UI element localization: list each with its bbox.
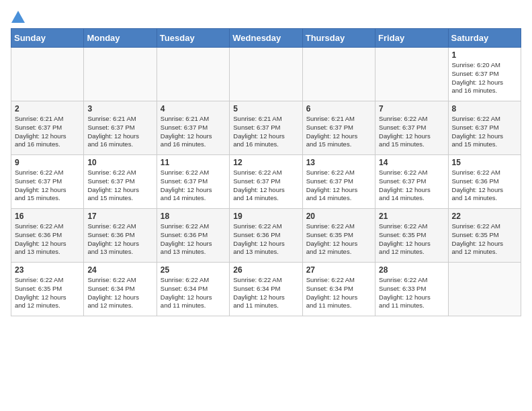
day-number: 23 xyxy=(15,265,80,275)
calendar-cell: 16Sunrise: 6:22 AM Sunset: 6:36 PM Dayli… xyxy=(11,209,84,263)
day-number: 13 xyxy=(306,158,371,167)
day-info: Sunrise: 6:22 AM Sunset: 6:33 PM Dayligh… xyxy=(379,276,444,310)
calendar-cell: 27Sunrise: 6:22 AM Sunset: 6:34 PM Dayli… xyxy=(302,263,375,316)
day-number: 10 xyxy=(87,158,152,167)
day-number: 24 xyxy=(87,265,152,275)
calendar-cell: 12Sunrise: 6:22 AM Sunset: 6:37 PM Dayli… xyxy=(230,155,302,209)
day-info: Sunrise: 6:22 AM Sunset: 6:37 PM Dayligh… xyxy=(306,169,371,203)
day-info: Sunrise: 6:22 AM Sunset: 6:35 PM Dayligh… xyxy=(15,276,80,310)
day-info: Sunrise: 6:21 AM Sunset: 6:37 PM Dayligh… xyxy=(161,115,226,149)
day-number: 22 xyxy=(452,212,517,221)
day-info: Sunrise: 6:22 AM Sunset: 6:37 PM Dayligh… xyxy=(233,169,298,203)
calendar-table: SundayMondayTuesdayWednesdayThursdayFrid… xyxy=(11,28,521,316)
calendar-cell: 15Sunrise: 6:22 AM Sunset: 6:36 PM Dayli… xyxy=(448,155,521,209)
day-info: Sunrise: 6:22 AM Sunset: 6:36 PM Dayligh… xyxy=(161,222,226,257)
calendar-cell: 8Sunrise: 6:22 AM Sunset: 6:37 PM Daylig… xyxy=(448,101,521,155)
day-info: Sunrise: 6:21 AM Sunset: 6:37 PM Dayligh… xyxy=(87,115,152,149)
calendar-cell: 11Sunrise: 6:22 AM Sunset: 6:37 PM Dayli… xyxy=(157,155,229,209)
calendar-cell: 13Sunrise: 6:22 AM Sunset: 6:37 PM Dayli… xyxy=(302,155,375,209)
calendar-cell: 7Sunrise: 6:22 AM Sunset: 6:37 PM Daylig… xyxy=(375,101,448,155)
calendar-cell: 21Sunrise: 6:22 AM Sunset: 6:35 PM Dayli… xyxy=(375,209,448,263)
day-number: 9 xyxy=(15,158,80,167)
day-header-sunday: Sunday xyxy=(11,29,84,48)
day-info: Sunrise: 6:22 AM Sunset: 6:37 PM Dayligh… xyxy=(15,169,80,203)
day-info: Sunrise: 6:22 AM Sunset: 6:34 PM Dayligh… xyxy=(161,276,226,310)
day-number: 12 xyxy=(233,158,298,167)
day-number: 28 xyxy=(379,265,444,275)
calendar-cell: 17Sunrise: 6:22 AM Sunset: 6:36 PM Dayli… xyxy=(84,209,157,263)
calendar-cell xyxy=(448,263,521,316)
day-number: 11 xyxy=(161,158,226,167)
day-header-saturday: Saturday xyxy=(448,29,521,48)
calendar-cell: 28Sunrise: 6:22 AM Sunset: 6:33 PM Dayli… xyxy=(375,263,448,316)
day-header-wednesday: Wednesday xyxy=(230,29,302,48)
logo xyxy=(11,11,28,23)
calendar-cell: 10Sunrise: 6:22 AM Sunset: 6:37 PM Dayli… xyxy=(84,155,157,209)
day-number: 5 xyxy=(233,104,298,113)
day-number: 21 xyxy=(379,212,444,221)
day-info: Sunrise: 6:22 AM Sunset: 6:35 PM Dayligh… xyxy=(306,222,371,257)
calendar-cell xyxy=(302,48,375,101)
day-info: Sunrise: 6:22 AM Sunset: 6:34 PM Dayligh… xyxy=(233,276,298,310)
day-header-tuesday: Tuesday xyxy=(157,29,229,48)
page-header xyxy=(11,11,521,23)
day-number: 14 xyxy=(379,158,444,167)
calendar-cell xyxy=(11,48,84,101)
day-number: 19 xyxy=(233,212,298,221)
day-info: Sunrise: 6:22 AM Sunset: 6:35 PM Dayligh… xyxy=(379,222,444,257)
calendar-cell: 25Sunrise: 6:22 AM Sunset: 6:34 PM Dayli… xyxy=(157,263,229,316)
calendar-cell xyxy=(230,48,302,101)
calendar-cell: 18Sunrise: 6:22 AM Sunset: 6:36 PM Dayli… xyxy=(157,209,229,263)
calendar-cell: 22Sunrise: 6:22 AM Sunset: 6:35 PM Dayli… xyxy=(448,209,521,263)
day-info: Sunrise: 6:22 AM Sunset: 6:37 PM Dayligh… xyxy=(452,115,517,149)
day-info: Sunrise: 6:22 AM Sunset: 6:37 PM Dayligh… xyxy=(161,169,226,203)
day-info: Sunrise: 6:22 AM Sunset: 6:36 PM Dayligh… xyxy=(87,222,152,257)
day-info: Sunrise: 6:22 AM Sunset: 6:36 PM Dayligh… xyxy=(233,222,298,257)
day-number: 18 xyxy=(161,212,226,221)
day-number: 1 xyxy=(452,50,517,60)
calendar-cell: 2Sunrise: 6:21 AM Sunset: 6:37 PM Daylig… xyxy=(11,101,84,155)
day-info: Sunrise: 6:20 AM Sunset: 6:37 PM Dayligh… xyxy=(452,61,517,95)
calendar-cell: 20Sunrise: 6:22 AM Sunset: 6:35 PM Dayli… xyxy=(302,209,375,263)
day-info: Sunrise: 6:21 AM Sunset: 6:37 PM Dayligh… xyxy=(15,115,80,149)
calendar-cell: 26Sunrise: 6:22 AM Sunset: 6:34 PM Dayli… xyxy=(230,263,302,316)
calendar-cell: 23Sunrise: 6:22 AM Sunset: 6:35 PM Dayli… xyxy=(11,263,84,316)
svg-marker-0 xyxy=(11,11,25,23)
day-info: Sunrise: 6:21 AM Sunset: 6:37 PM Dayligh… xyxy=(306,115,371,149)
day-number: 4 xyxy=(161,104,226,113)
calendar-week-4: 16Sunrise: 6:22 AM Sunset: 6:36 PM Dayli… xyxy=(11,209,521,263)
day-number: 26 xyxy=(233,265,298,275)
day-header-thursday: Thursday xyxy=(302,29,375,48)
day-number: 2 xyxy=(15,104,80,113)
day-info: Sunrise: 6:22 AM Sunset: 6:37 PM Dayligh… xyxy=(379,115,444,149)
day-number: 27 xyxy=(306,265,371,275)
calendar-cell: 14Sunrise: 6:22 AM Sunset: 6:37 PM Dayli… xyxy=(375,155,448,209)
calendar-cell: 3Sunrise: 6:21 AM Sunset: 6:37 PM Daylig… xyxy=(84,101,157,155)
calendar-cell: 5Sunrise: 6:21 AM Sunset: 6:37 PM Daylig… xyxy=(230,101,302,155)
day-info: Sunrise: 6:22 AM Sunset: 6:36 PM Dayligh… xyxy=(452,169,517,203)
day-info: Sunrise: 6:22 AM Sunset: 6:35 PM Dayligh… xyxy=(452,222,517,257)
calendar-header-row: SundayMondayTuesdayWednesdayThursdayFrid… xyxy=(11,29,521,48)
day-number: 6 xyxy=(306,104,371,113)
day-header-friday: Friday xyxy=(375,29,448,48)
calendar-cell xyxy=(157,48,229,101)
day-header-monday: Monday xyxy=(84,29,157,48)
day-number: 3 xyxy=(87,104,152,113)
day-number: 15 xyxy=(452,158,517,167)
calendar-week-5: 23Sunrise: 6:22 AM Sunset: 6:35 PM Dayli… xyxy=(11,263,521,316)
day-info: Sunrise: 6:22 AM Sunset: 6:37 PM Dayligh… xyxy=(87,169,152,203)
calendar-cell: 4Sunrise: 6:21 AM Sunset: 6:37 PM Daylig… xyxy=(157,101,229,155)
day-info: Sunrise: 6:22 AM Sunset: 6:37 PM Dayligh… xyxy=(379,169,444,203)
day-number: 17 xyxy=(87,212,152,221)
day-number: 8 xyxy=(452,104,517,113)
calendar-cell: 24Sunrise: 6:22 AM Sunset: 6:34 PM Dayli… xyxy=(84,263,157,316)
day-info: Sunrise: 6:22 AM Sunset: 6:34 PM Dayligh… xyxy=(306,276,371,310)
calendar-cell xyxy=(375,48,448,101)
day-number: 25 xyxy=(161,265,226,275)
calendar-week-2: 2Sunrise: 6:21 AM Sunset: 6:37 PM Daylig… xyxy=(11,101,521,155)
calendar-week-3: 9Sunrise: 6:22 AM Sunset: 6:37 PM Daylig… xyxy=(11,155,521,209)
day-info: Sunrise: 6:22 AM Sunset: 6:34 PM Dayligh… xyxy=(87,276,152,310)
calendar-cell: 9Sunrise: 6:22 AM Sunset: 6:37 PM Daylig… xyxy=(11,155,84,209)
day-info: Sunrise: 6:22 AM Sunset: 6:36 PM Dayligh… xyxy=(15,222,80,257)
calendar-cell xyxy=(84,48,157,101)
